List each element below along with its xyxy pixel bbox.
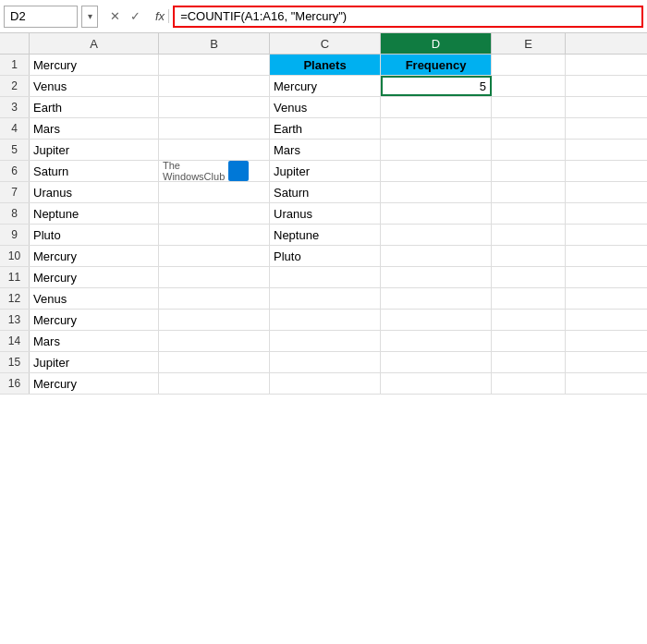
cell-d11[interactable]: [381, 267, 492, 287]
cell-a14[interactable]: Mars: [30, 331, 159, 351]
cell-b6[interactable]: TheWindowsClub: [159, 161, 270, 181]
cell-b14[interactable]: [159, 331, 270, 351]
cell-b8[interactable]: [159, 203, 270, 224]
cell-c1[interactable]: Planets: [270, 55, 381, 75]
cell-e10[interactable]: [492, 246, 566, 266]
row-number: 9: [0, 225, 30, 245]
cell-a13[interactable]: Mercury: [30, 310, 159, 330]
cell-d13[interactable]: [381, 310, 492, 330]
cell-a4[interactable]: Mars: [30, 118, 159, 139]
cell-a9[interactable]: Pluto: [30, 225, 159, 245]
cell-c16[interactable]: [270, 373, 381, 394]
cell-d10[interactable]: [381, 246, 492, 266]
cell-e5[interactable]: [492, 140, 566, 160]
cell-b9[interactable]: [159, 225, 270, 245]
table-row: 1MercuryPlanetsFrequency: [0, 55, 647, 76]
cell-a6[interactable]: Saturn: [30, 161, 159, 181]
col-header-e[interactable]: E: [492, 33, 566, 54]
cell-b1[interactable]: [159, 55, 270, 75]
col-header-d[interactable]: D: [381, 33, 492, 54]
cell-c12[interactable]: [270, 288, 381, 309]
cell-a5[interactable]: Jupiter: [30, 140, 159, 160]
confirm-icon[interactable]: ✓: [126, 7, 144, 26]
cell-e16[interactable]: [492, 373, 566, 394]
cell-d16[interactable]: [381, 373, 492, 394]
cell-b13[interactable]: [159, 310, 270, 330]
cell-e6[interactable]: [492, 161, 566, 181]
cell-c10[interactable]: Pluto: [270, 246, 381, 266]
cell-b15[interactable]: [159, 352, 270, 372]
row-number: 6: [0, 161, 30, 181]
cell-c6[interactable]: Jupiter: [270, 161, 381, 181]
cell-d6[interactable]: [381, 161, 492, 181]
cell-d14[interactable]: [381, 331, 492, 351]
cell-a3[interactable]: Earth: [30, 97, 159, 117]
cell-a16[interactable]: Mercury: [30, 373, 159, 394]
cell-d3[interactable]: [381, 97, 492, 117]
row-number: 7: [0, 182, 30, 202]
cell-e7[interactable]: [492, 182, 566, 202]
cell-c5[interactable]: Mars: [270, 140, 381, 160]
table-row: 9PlutoNeptune: [0, 225, 647, 246]
cell-c9[interactable]: Neptune: [270, 225, 381, 245]
cell-a1[interactable]: Mercury: [30, 55, 159, 75]
cell-d15[interactable]: [381, 352, 492, 372]
cell-d4[interactable]: [381, 118, 492, 139]
cell-c4[interactable]: Earth: [270, 118, 381, 139]
col-header-c[interactable]: C: [270, 33, 381, 54]
formula-input[interactable]: [173, 6, 643, 28]
cell-d1[interactable]: Frequency: [381, 55, 492, 75]
cell-d2[interactable]: 5: [381, 76, 492, 96]
cell-e8[interactable]: [492, 203, 566, 224]
cell-c3[interactable]: Venus: [270, 97, 381, 117]
cell-a2[interactable]: Venus: [30, 76, 159, 96]
cancel-icon[interactable]: ✕: [105, 7, 124, 26]
cell-e1[interactable]: [492, 55, 566, 75]
cell-c15[interactable]: [270, 352, 381, 372]
cell-c14[interactable]: [270, 331, 381, 351]
cell-d5[interactable]: [381, 140, 492, 160]
cell-a8[interactable]: Neptune: [30, 203, 159, 224]
cell-a15[interactable]: Jupiter: [30, 352, 159, 372]
cell-b4[interactable]: [159, 118, 270, 139]
cell-c7[interactable]: Saturn: [270, 182, 381, 202]
cell-c11[interactable]: [270, 267, 381, 287]
row-number: 2: [0, 76, 30, 96]
row-number: 3: [0, 97, 30, 117]
cell-b12[interactable]: [159, 288, 270, 309]
cell-c8[interactable]: Uranus: [270, 203, 381, 224]
cell-a7[interactable]: Uranus: [30, 182, 159, 202]
cell-c13[interactable]: [270, 310, 381, 330]
cell-b3[interactable]: [159, 97, 270, 117]
cell-b7[interactable]: [159, 182, 270, 202]
cell-e15[interactable]: [492, 352, 566, 372]
cell-a10[interactable]: Mercury: [30, 246, 159, 266]
cell-a12[interactable]: Venus: [30, 288, 159, 309]
cell-e4[interactable]: [492, 118, 566, 139]
row-number: 8: [0, 203, 30, 224]
name-box-dropdown[interactable]: ▾: [81, 6, 98, 28]
cell-d7[interactable]: [381, 182, 492, 202]
col-header-b[interactable]: B: [159, 33, 270, 54]
table-row: 3EarthVenus: [0, 97, 647, 118]
cell-b16[interactable]: [159, 373, 270, 394]
col-header-a[interactable]: A: [30, 33, 159, 54]
cell-b2[interactable]: [159, 76, 270, 96]
cell-e3[interactable]: [492, 97, 566, 117]
cell-e13[interactable]: [492, 310, 566, 330]
name-box[interactable]: D2: [4, 6, 78, 28]
cell-c2[interactable]: Mercury: [270, 76, 381, 96]
cell-d12[interactable]: [381, 288, 492, 309]
cell-e9[interactable]: [492, 225, 566, 245]
cell-a11[interactable]: Mercury: [30, 267, 159, 287]
cell-e2[interactable]: [492, 76, 566, 96]
cell-b5[interactable]: [159, 140, 270, 160]
cell-d9[interactable]: [381, 225, 492, 245]
cell-d8[interactable]: [381, 203, 492, 224]
table-row: 7UranusSaturn: [0, 182, 647, 203]
cell-e12[interactable]: [492, 288, 566, 309]
cell-e11[interactable]: [492, 267, 566, 287]
cell-b11[interactable]: [159, 267, 270, 287]
cell-e14[interactable]: [492, 331, 566, 351]
cell-b10[interactable]: [159, 246, 270, 266]
